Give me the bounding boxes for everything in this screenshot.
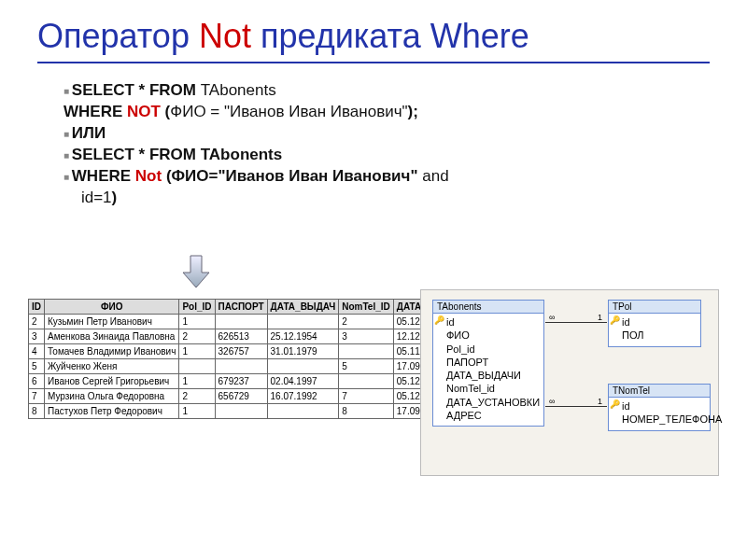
table-tabonents: TAbonents idФИОPol_idПАПОРТДАТА_ВЫДАЧИNo… xyxy=(432,300,544,427)
field: ПОЛ xyxy=(622,329,697,342)
col-header: NomTel_ID xyxy=(339,300,394,315)
field: id xyxy=(622,315,697,329)
title-not: Not xyxy=(199,17,251,55)
col-header: ФИО xyxy=(45,300,179,315)
field: id xyxy=(446,315,540,329)
kw-and: and xyxy=(422,167,448,185)
field: ПАПОРТ xyxy=(446,356,540,369)
field: НОМЕР_ТЕЛЕФОНА xyxy=(622,413,706,426)
kw-where2: WHERE xyxy=(72,167,135,185)
card-one-1: 1 xyxy=(597,313,603,322)
field: id xyxy=(622,399,706,413)
table-tnomtel: TNomTel idНОМЕР_ТЕЛЕФОНА xyxy=(608,384,711,431)
card-inf-1: ∞ xyxy=(548,313,556,322)
code-block: SELECT * FROM TAbonents WHERE NOT (ФИО =… xyxy=(37,80,710,209)
select-line2: SELECT * FROM TAbonents xyxy=(63,145,710,166)
table-tpol: TPol idПОЛ xyxy=(608,300,701,347)
tnomtel-title: TNomTel xyxy=(609,385,710,398)
schema-diagram: TAbonents idФИОPol_idПАПОРТДАТА_ВЫДАЧИNo… xyxy=(420,289,719,476)
paren-close: ); xyxy=(408,103,418,120)
slide-title: Оператор Not предиката Where xyxy=(37,17,710,63)
field: ФИО xyxy=(446,329,540,342)
paren-close2: ) xyxy=(112,189,118,206)
predicate-id: id=1 xyxy=(81,189,112,206)
field: АДРЕС xyxy=(446,409,540,422)
predicate2: ФИО="Иванов Иван Иванович" xyxy=(172,167,423,185)
title-part1: Оператор xyxy=(37,17,199,55)
down-arrow-icon xyxy=(177,252,215,289)
col-header: Pol_ID xyxy=(179,300,215,315)
title-part3: предиката Where xyxy=(251,17,529,55)
card-inf-2: ∞ xyxy=(548,397,556,406)
predicate: ФИО = "Иванов Иван Иванович" xyxy=(170,103,407,120)
tpol-title: TPol xyxy=(609,301,700,314)
kw-where: WHERE xyxy=(63,103,127,120)
relation-line-1 xyxy=(545,322,607,323)
col-header: ID xyxy=(29,300,45,315)
tbl-name: TAbonents xyxy=(201,81,276,99)
kw-not2: Not xyxy=(135,167,166,185)
field: ДАТА_ВЫДАЧИ xyxy=(446,369,540,382)
field: NomTel_id xyxy=(446,382,540,395)
field: ДАТА_УСТАНОВКИ xyxy=(446,396,540,409)
kw-select-from: SELECT * FROM xyxy=(72,81,201,99)
tabonents-title: TAbonents xyxy=(433,301,543,314)
field: Pol_id xyxy=(446,343,540,356)
relation-line-2 xyxy=(545,406,607,407)
col-header: ДАТА_ВЫДАЧ xyxy=(267,300,339,315)
card-one-2: 1 xyxy=(597,397,603,406)
col-header: ПАСПОРТ xyxy=(215,300,267,315)
or-label: ИЛИ xyxy=(63,123,710,145)
kw-not: NOT xyxy=(127,103,165,120)
